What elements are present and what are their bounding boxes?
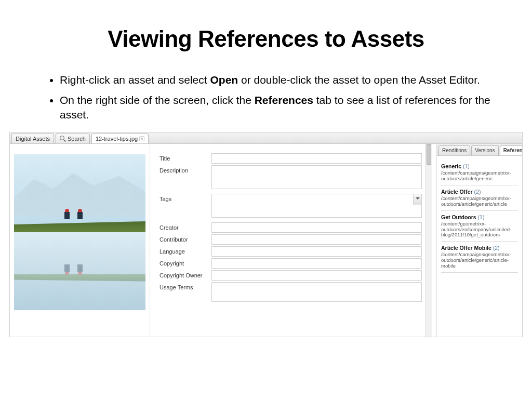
reference-path: /content/geometrixx-outdoors/en/company/… (441, 221, 518, 238)
label-creator: Creator (159, 222, 211, 231)
asset-thumbnail (14, 154, 145, 310)
contributor-input[interactable] (211, 234, 422, 245)
label-description: Description (159, 165, 211, 174)
usage-terms-input[interactable] (211, 282, 422, 302)
label-copyright-owner: Copyright Owner (159, 270, 211, 278)
reference-path: /content/campaigns/geometrixx-outdoors/a… (441, 252, 518, 269)
right-tabbar: Renditions Versions References (437, 144, 522, 156)
label-usage-terms: Usage Terms (159, 282, 211, 290)
bullet-1: Right-click an asset and select Open or … (60, 73, 501, 87)
copyright-owner-input[interactable] (211, 270, 422, 281)
tab-renditions[interactable]: Renditions (438, 145, 470, 155)
tab-versions[interactable]: Versions (471, 145, 498, 155)
tab-file[interactable]: 12-travel-tips.jpg× (91, 134, 149, 143)
scroll-thumb[interactable] (427, 144, 431, 165)
label-title: Title (159, 153, 211, 162)
top-tabbar: Digital Assets Search 12-travel-tips.jpg… (10, 132, 522, 144)
description-input[interactable] (211, 165, 422, 189)
close-icon[interactable]: × (139, 136, 144, 141)
title-input[interactable] (211, 153, 422, 164)
slide-title: Viewing References to Assets (31, 26, 501, 52)
reference-item[interactable]: Article Offer Mobile (2) /content/campai… (441, 242, 518, 273)
tab-references[interactable]: References (500, 145, 523, 155)
right-panel: Renditions Versions References Generic (… (436, 144, 522, 337)
bullet-list: Right-click an asset and select Open or … (31, 73, 501, 122)
reference-path: /content/campaigns/geometrixx-outdoors/a… (441, 196, 518, 207)
reference-item[interactable]: Generic (1) /content/campaigns/geometrix… (441, 160, 518, 185)
language-input[interactable] (211, 246, 422, 257)
scrollbar[interactable] (425, 144, 432, 337)
tags-combo[interactable] (211, 194, 422, 218)
asset-editor-screenshot: Digital Assets Search 12-travel-tips.jpg… (9, 132, 523, 337)
reference-path: /content/campaigns/geometrixx-outdoors/a… (441, 170, 518, 182)
label-language: Language (159, 246, 211, 255)
chevron-down-icon[interactable] (413, 194, 421, 205)
label-copyright: Copyright (159, 258, 211, 267)
label-contributor: Contributor (159, 234, 211, 243)
references-list: Generic (1) /content/campaigns/geometrix… (437, 156, 522, 277)
search-icon (60, 136, 66, 142)
bullet-2: On the right side of the screen, click t… (60, 93, 501, 122)
tab-digital-assets[interactable]: Digital Assets (11, 134, 54, 143)
reference-item[interactable]: Article Offer (2) /content/campaigns/geo… (441, 185, 518, 211)
copyright-input[interactable] (211, 258, 422, 269)
preview-pane (10, 144, 150, 337)
metadata-form: Title Description Tags Creator Contribut… (150, 144, 436, 337)
tab-search[interactable]: Search (56, 134, 90, 143)
label-tags: Tags (159, 194, 211, 202)
creator-input[interactable] (211, 222, 422, 233)
reference-item[interactable]: Get Outdoors (1) /content/geometrixx-out… (441, 211, 518, 242)
